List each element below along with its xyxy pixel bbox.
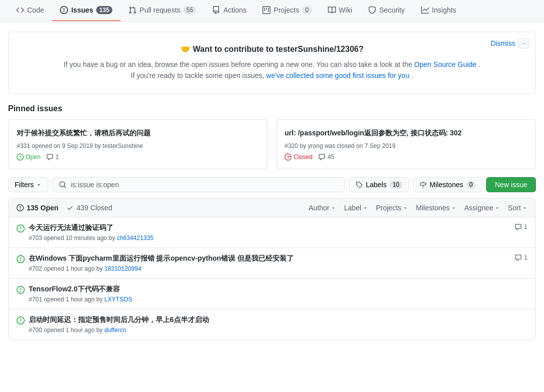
issues-container: 135 Open 439 Closed Author Label Project… xyxy=(8,198,536,340)
pinned-card-2-title[interactable]: url: /passport/web/login返回参数为空, 接口状态码: 3… xyxy=(285,128,527,138)
pr-icon xyxy=(128,6,137,14)
pinned-heading: Pinned issues xyxy=(8,104,536,113)
tab-wiki[interactable]: Wiki xyxy=(320,0,360,21)
issue-title-701[interactable]: TensorFlow2.0下代码不兼容 xyxy=(29,285,523,294)
pinned-card-1-status: Open xyxy=(17,153,40,161)
milestones-dropdown[interactable]: Milestones xyxy=(416,204,456,212)
issues-header-right: Author Label Projects Milestones Assigne… xyxy=(309,204,527,212)
issue-open-icon-700 xyxy=(17,317,25,326)
milestones-label: Milestones xyxy=(430,181,463,189)
pinned-card-2: url: /passport/web/login返回参数为空, 接口状态码: 3… xyxy=(276,119,536,169)
issue-content-703: 今天运行无法通过验证码了 #703 opened 10 minutes ago … xyxy=(29,223,511,242)
banner-title: 🤝 Want to contribute to testerSunshine/1… xyxy=(21,44,523,54)
issue-content-701: TensorFlow2.0下代码不兼容 #701 opened 1 hour a… xyxy=(29,285,523,303)
issue-meta-702: #702 opened 1 hour ago by 18310120994 xyxy=(29,265,511,272)
tab-projects-label: Projects xyxy=(274,6,299,14)
issue-row-703: 今天运行无法通过验证码了 #703 opened 10 minutes ago … xyxy=(9,217,535,248)
tab-issues-label: Issues xyxy=(71,6,93,14)
issue-title-702[interactable]: 在Windows 下面pycharm里面运行报错 提示opencv-python… xyxy=(29,254,511,263)
milestones-count: 0 xyxy=(466,181,476,189)
pinned-grid: 对于候补提交系统繁忙，请稍后再试的问题 #331 opened on 9 Sep… xyxy=(8,119,536,169)
closed-count[interactable]: 439 Closed xyxy=(66,204,112,212)
issue-comment-703: 1 xyxy=(515,223,527,230)
search-bar[interactable] xyxy=(52,177,345,192)
comment-icon xyxy=(46,153,53,161)
tab-actions-label: Actions xyxy=(223,6,246,14)
tab-security[interactable]: Security xyxy=(360,0,413,21)
author-dropdown[interactable]: Author xyxy=(309,204,336,212)
issue-title-703[interactable]: 今天运行无法通过验证码了 xyxy=(29,223,511,232)
pr-badge: 55 xyxy=(183,6,196,14)
banner-line1: If you have a bug or an idea, browse the… xyxy=(21,59,523,70)
open-icon xyxy=(17,204,24,211)
issue-title-700[interactable]: 启动时间延迟：指定预售时间后几分钟，早上6点半才启动 xyxy=(29,316,523,325)
issue-author-700[interactable]: duffercn xyxy=(104,327,126,334)
banner-line2: If you're ready to tackle some open issu… xyxy=(21,70,523,81)
issues-header: 135 Open 439 Closed Author Label Project… xyxy=(9,199,535,217)
filters-bar: Filters Labels 10 Milestones 0 New issue xyxy=(0,177,544,198)
issue-author-703[interactable]: ch634421335 xyxy=(117,234,154,242)
dismiss-button[interactable]: Dismiss xyxy=(491,39,515,47)
pinned-section: Pinned issues 对于候补提交系统繁忙，请稍后再试的问题 #331 o… xyxy=(0,104,544,177)
more-button[interactable]: ··· xyxy=(518,38,529,48)
projects-badge: 0 xyxy=(302,6,312,14)
assignee-chevron xyxy=(495,205,500,210)
issues-header-left: 135 Open 439 Closed xyxy=(17,204,112,212)
tab-pr-label: Pull requests xyxy=(140,6,180,14)
issue-author-701[interactable]: LXYTSOS xyxy=(104,296,132,303)
comment-icon-2 xyxy=(318,153,325,161)
label-icon xyxy=(356,181,363,188)
tab-issues[interactable]: Issues 135 xyxy=(52,0,120,21)
pinned-card-1-title[interactable]: 对于候补提交系统繁忙，请稍后再试的问题 xyxy=(17,128,259,138)
good-first-issues-link[interactable]: we've collected some good first issues f… xyxy=(266,71,409,80)
issue-icon xyxy=(60,6,68,14)
tab-wiki-label: Wiki xyxy=(339,6,352,14)
tab-pull-requests[interactable]: Pull requests 55 xyxy=(120,0,204,21)
milestones-button[interactable]: Milestones 0 xyxy=(413,177,483,192)
author-chevron xyxy=(331,205,336,210)
issue-row-701: TensorFlow2.0下代码不兼容 #701 opened 1 hour a… xyxy=(9,279,535,309)
comment-icon-702 xyxy=(515,254,522,261)
pinned-card-2-comments: 45 xyxy=(318,153,334,161)
issue-meta-701: #701 opened 1 hour ago by LXYTSOS xyxy=(29,296,523,303)
checkmark-icon xyxy=(66,204,74,211)
projects-icon xyxy=(262,6,270,14)
search-input[interactable] xyxy=(71,181,338,189)
issue-meta-700: #700 opened 1 hour ago by duffercn xyxy=(29,327,523,334)
label-dropdown[interactable]: Label xyxy=(344,204,368,212)
chevron-down-icon xyxy=(36,182,42,188)
projects-dropdown[interactable]: Projects xyxy=(376,204,408,212)
tab-insights[interactable]: Insights xyxy=(413,0,464,21)
issue-right-703: 1 xyxy=(515,223,527,230)
assignee-dropdown[interactable]: Assignee xyxy=(464,204,500,212)
issues-badge: 135 xyxy=(96,6,112,14)
tab-actions[interactable]: Actions xyxy=(204,0,254,21)
issue-row-700: 启动时间延迟：指定预售时间后几分钟，早上6点半才启动 #700 opened 1… xyxy=(9,309,535,340)
pinned-card-1: 对于候补提交系统繁忙，请稍后再试的问题 #331 opened on 9 Sep… xyxy=(8,119,268,169)
tab-projects[interactable]: Projects 0 xyxy=(254,0,319,21)
open-count[interactable]: 135 Open xyxy=(17,204,58,212)
labels-label: Labels xyxy=(366,181,386,189)
issue-row-702: 在Windows 下面pycharm里面运行报错 提示opencv-python… xyxy=(9,248,535,279)
pinned-card-2-footer: Closed 45 xyxy=(285,153,527,161)
issue-meta-703: #703 opened 10 minutes ago by ch63442133… xyxy=(29,234,511,242)
issue-open-icon-703 xyxy=(17,224,25,234)
filters-button[interactable]: Filters xyxy=(8,177,48,192)
new-issue-button[interactable]: New issue xyxy=(486,177,536,192)
pinned-card-1-footer: Open 1 xyxy=(17,153,259,161)
issue-author-702[interactable]: 18310120994 xyxy=(104,265,141,272)
labels-count: 10 xyxy=(389,181,402,189)
actions-icon xyxy=(212,6,220,14)
comment-icon-703 xyxy=(515,223,522,230)
open-source-guide-link[interactable]: Open Source Guide xyxy=(414,60,477,68)
labels-button[interactable]: Labels 10 xyxy=(349,177,409,192)
projects-chevron xyxy=(403,205,408,210)
security-icon xyxy=(368,6,376,14)
milestone-icon xyxy=(420,181,427,188)
tab-security-label: Security xyxy=(379,6,405,14)
label-chevron xyxy=(363,205,368,210)
banner-title-text: Want to contribute to testerSunshine/123… xyxy=(193,45,364,53)
tab-code[interactable]: Code xyxy=(8,0,52,21)
sort-dropdown[interactable]: Sort xyxy=(508,204,527,212)
tab-code-label: Code xyxy=(27,6,44,14)
